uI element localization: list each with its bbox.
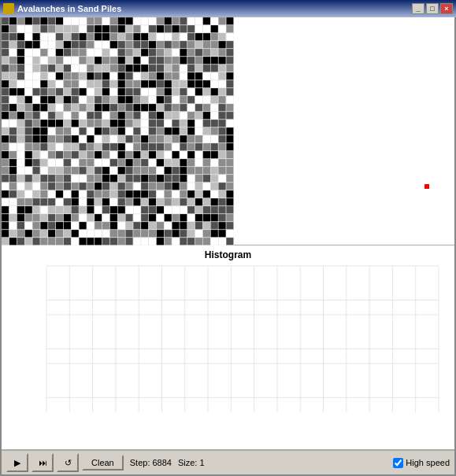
step-button[interactable]: ⏭ bbox=[32, 453, 54, 472]
clean-button[interactable]: Clean bbox=[82, 455, 124, 470]
app-icon bbox=[3, 3, 14, 14]
play-icon: ▶ bbox=[14, 458, 20, 468]
step-icon: ⏭ bbox=[39, 458, 47, 467]
step-count: Step: 6884 bbox=[130, 458, 172, 467]
histogram-canvas bbox=[6, 262, 450, 442]
histogram-section: Histogram bbox=[2, 245, 454, 449]
window-title: Avalanches in Sand Piles bbox=[17, 4, 121, 13]
red-dot bbox=[424, 184, 429, 189]
close-button[interactable]: × bbox=[440, 3, 453, 14]
size-info: Size: 1 bbox=[178, 458, 205, 467]
maximize-button[interactable]: □ bbox=[426, 3, 439, 14]
reset-icon: ↺ bbox=[65, 458, 72, 468]
grid-canvas bbox=[2, 17, 234, 245]
toolbar: ▶ ⏭ ↺ Clean Step: 6884 Size: 1 High spee… bbox=[2, 449, 454, 474]
top-section bbox=[2, 17, 454, 245]
highspeed-area[interactable]: High speed bbox=[393, 458, 450, 468]
histogram-title: Histogram bbox=[6, 249, 450, 260]
title-bar: Avalanches in Sand Piles _ □ × bbox=[0, 0, 456, 17]
sandpile-grid bbox=[2, 17, 234, 245]
play-button[interactable]: ▶ bbox=[6, 453, 28, 472]
reset-button[interactable]: ↺ bbox=[57, 453, 79, 472]
toolbar-status: Step: 6884 Size: 1 bbox=[130, 458, 205, 467]
chart-container bbox=[6, 262, 450, 442]
right-empty-area bbox=[234, 17, 454, 245]
highspeed-checkbox[interactable] bbox=[393, 458, 403, 468]
window-body: Histogram ▶ ⏭ ↺ Clean Step: 6884 Size: 1… bbox=[0, 17, 456, 476]
minimize-button[interactable]: _ bbox=[412, 3, 424, 14]
highspeed-label: High speed bbox=[406, 458, 450, 467]
